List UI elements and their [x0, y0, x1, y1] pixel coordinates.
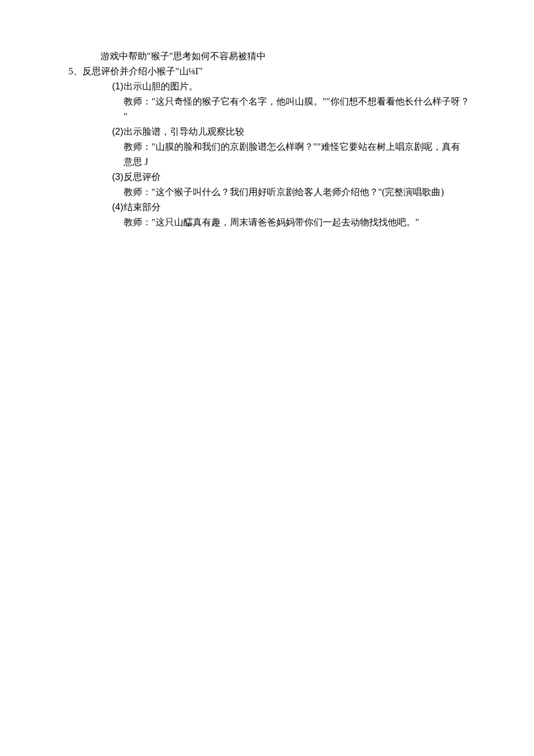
item-2-teacher-line: 教师："山膜的脸和我们的京剧脸谱怎么样啊？""难怪它要站在树上唱京剧呢，真有 — [68, 140, 488, 154]
item-3: (3)反思评价 — [68, 170, 488, 184]
item-1-prefix: (1) — [112, 81, 124, 91]
item-1-quote-end: " — [68, 110, 488, 124]
item-1-text: 出示山胆的图片。 — [124, 81, 198, 91]
item-4-prefix: (4) — [112, 202, 124, 212]
item-2-prefix: (2) — [112, 127, 124, 136]
item-3-teacher-line: 教师："这个猴子叫什么？我们用好听京剧给客人老师介绍他？"(完整演唱歌曲) — [68, 185, 488, 199]
item-1: (1)出示山胆的图片。 — [68, 80, 488, 93]
item-4-text: 结束部分 — [124, 202, 161, 212]
item-1-teacher-line: 教师："这只奇怪的猴子它有个名字，他叫山膜。""你们想不想看看他长什么样子呀？ — [68, 95, 488, 109]
item-2-text: 出示脸谱，引导幼儿观察比较 — [124, 127, 244, 136]
item-3-prefix: (3) — [112, 172, 124, 182]
section-5-heading: 5、反思评价并介绍小猴子"山⅛Γ' — [68, 64, 488, 78]
game-hint-text: 游戏中帮助"猴子"思考如何不容易被猜中 — [68, 49, 488, 63]
item-2-cont: 意思 J — [68, 155, 488, 169]
item-4-teacher-line: 教师："这只山醽真有趣，周末请爸爸妈妈带你们一起去动物找找他吧。" — [68, 215, 488, 229]
item-3-text: 反思评价 — [124, 172, 161, 182]
item-2: (2)出示脸谱，引导幼儿观察比较 — [68, 125, 488, 139]
item-4: (4)结束部分 — [68, 200, 488, 214]
